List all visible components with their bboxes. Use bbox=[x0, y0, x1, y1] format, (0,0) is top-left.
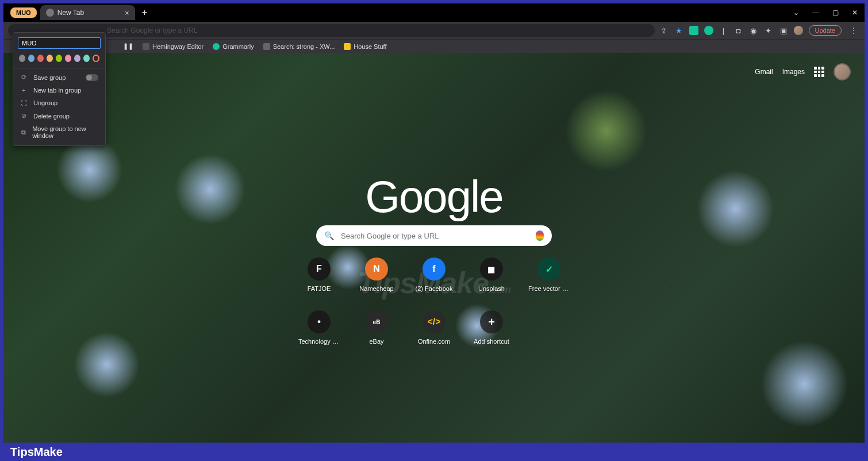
delete-icon: ⊘ bbox=[20, 112, 28, 120]
color-swatch[interactable] bbox=[19, 55, 25, 62]
top-links: Gmail Images bbox=[755, 63, 851, 80]
close-icon[interactable]: ✕ bbox=[845, 5, 865, 21]
plus-icon: + bbox=[20, 87, 28, 94]
titlebar: MUO New Tab × + ⌄ — ▢ ✕ bbox=[3, 3, 865, 22]
menu-label: New tab in group bbox=[33, 87, 81, 94]
shortcut-item[interactable]: +Add shortcut bbox=[474, 310, 509, 345]
extension-icon[interactable]: ◘ bbox=[734, 26, 743, 35]
shortcut-label: (2) Facebook bbox=[416, 285, 453, 292]
bookmark-label: Grammarly bbox=[222, 43, 254, 50]
menu-label: Move group to new window bbox=[32, 125, 98, 139]
shortcut-icon: N bbox=[365, 258, 388, 281]
shortcut-item[interactable]: ✓Free vector ic... bbox=[528, 258, 570, 292]
shortcut-item[interactable]: </>Onfine.com bbox=[418, 310, 450, 345]
tab-new-tab[interactable]: New Tab × bbox=[40, 5, 135, 20]
shortcut-item[interactable]: eBeBay bbox=[365, 310, 388, 345]
apps-grid-icon[interactable] bbox=[814, 67, 824, 77]
footer-label: TipsMake bbox=[10, 445, 63, 459]
group-name-input[interactable] bbox=[18, 37, 101, 49]
mic-icon[interactable] bbox=[536, 230, 544, 241]
ungroup-item[interactable]: ⛶ Ungroup bbox=[13, 97, 105, 109]
menu-label: Delete group bbox=[33, 113, 70, 120]
shortcut-label: Namecheap bbox=[359, 285, 393, 292]
shortcut-icon: + bbox=[480, 310, 503, 333]
bookmark-label: Search: strong - XW... bbox=[273, 43, 335, 50]
color-swatch[interactable] bbox=[65, 55, 71, 62]
shortcut-icon: F bbox=[308, 258, 331, 281]
pause-icon[interactable]: ❚❚ bbox=[123, 43, 133, 50]
tab-group-context-menu: ⟳ Save group + New tab in group ⛶ Ungrou… bbox=[13, 32, 106, 146]
maximize-icon[interactable]: ▢ bbox=[825, 5, 845, 21]
menu-dots-icon[interactable]: ⋮ bbox=[847, 26, 860, 35]
shortcut-item[interactable]: •Technology O... bbox=[298, 310, 340, 345]
shortcut-label: Onfine.com bbox=[418, 338, 450, 345]
shortcut-icon: eB bbox=[365, 310, 388, 333]
shortcut-label: Technology O... bbox=[298, 338, 340, 345]
toolbar: Search Google or type a URL ⇪ ★ | ◘ ◉ ✦ … bbox=[3, 22, 865, 39]
toggle-switch[interactable] bbox=[86, 74, 98, 81]
tab-title: New Tab bbox=[57, 9, 84, 17]
extension-icon[interactable] bbox=[704, 26, 713, 35]
shortcut-icon: </> bbox=[423, 310, 445, 333]
ungroup-icon: ⛶ bbox=[20, 99, 28, 106]
shortcut-label: eBay bbox=[369, 338, 383, 345]
bookmark-label: House Stuff bbox=[354, 43, 386, 50]
move-group-item[interactable]: ⧉ Move group to new window bbox=[13, 122, 105, 142]
delete-group-item[interactable]: ⊘ Delete group bbox=[13, 109, 105, 122]
bookmark-label: Hemingway Editor bbox=[152, 43, 203, 50]
shortcut-item[interactable]: ◼Unsplash bbox=[478, 258, 505, 292]
close-tab-icon[interactable]: × bbox=[125, 9, 129, 17]
menu-label: Save group bbox=[33, 74, 66, 81]
images-link[interactable]: Images bbox=[782, 68, 805, 76]
bookmark-item[interactable]: Search: strong - XW... bbox=[263, 43, 335, 50]
shortcut-item[interactable]: f(2) Facebook bbox=[416, 258, 453, 292]
share-icon[interactable]: ⇪ bbox=[659, 26, 669, 35]
new-tab-page: Gmail Images Google 🔍 TipsMake.com FFATJ… bbox=[3, 53, 865, 443]
browser-window: MUO New Tab × + ⌄ — ▢ ✕ Search Google or… bbox=[3, 3, 865, 443]
search-box[interactable]: 🔍 bbox=[316, 225, 552, 246]
tab-group-pill[interactable]: MUO bbox=[10, 7, 37, 18]
extension-icon[interactable]: ▣ bbox=[779, 26, 788, 35]
move-icon: ⧉ bbox=[20, 129, 26, 136]
shortcut-item[interactable]: FFATJOE bbox=[308, 258, 331, 292]
divider-icon: | bbox=[719, 26, 728, 35]
shortcut-label: Unsplash bbox=[478, 285, 505, 292]
save-group-item[interactable]: ⟳ Save group bbox=[13, 71, 105, 84]
new-tab-button[interactable]: + bbox=[142, 7, 147, 18]
star-icon[interactable]: ★ bbox=[674, 26, 683, 35]
extension-icon[interactable]: ◉ bbox=[749, 26, 758, 35]
shortcut-label: FATJOE bbox=[308, 285, 331, 292]
shortcuts-grid: FFATJOENNamecheapf(2) Facebook◼Unsplash✓… bbox=[290, 258, 578, 345]
extension-icon[interactable] bbox=[689, 26, 698, 35]
shortcut-icon: f bbox=[423, 258, 445, 281]
color-swatch[interactable] bbox=[37, 55, 44, 62]
bookmarks-bar: ❚❚ Hemingway Editor Grammarly Search: st… bbox=[3, 39, 865, 53]
shortcut-label: Free vector ic... bbox=[528, 285, 570, 292]
bookmark-item[interactable]: House Stuff bbox=[344, 43, 386, 50]
color-picker bbox=[13, 53, 105, 66]
bookmark-item[interactable]: Hemingway Editor bbox=[143, 43, 203, 50]
update-button[interactable]: Update bbox=[809, 25, 842, 36]
color-swatch[interactable] bbox=[93, 55, 99, 62]
color-swatch[interactable] bbox=[28, 55, 34, 62]
shortcut-icon: • bbox=[308, 310, 331, 333]
bookmark-item[interactable]: Grammarly bbox=[213, 43, 254, 50]
menu-label: Ungroup bbox=[33, 99, 57, 106]
search-input[interactable] bbox=[341, 232, 529, 240]
new-tab-in-group-item[interactable]: + New tab in group bbox=[13, 84, 105, 97]
color-swatch[interactable] bbox=[47, 55, 53, 62]
color-swatch[interactable] bbox=[83, 55, 90, 62]
avatar[interactable] bbox=[834, 63, 851, 80]
color-swatch[interactable] bbox=[56, 55, 62, 62]
omnibox-placeholder: Search Google or type a URL bbox=[107, 26, 197, 34]
shortcut-icon: ◼ bbox=[480, 258, 503, 281]
minimize-icon[interactable]: — bbox=[806, 5, 825, 21]
shortcut-label: Add shortcut bbox=[474, 338, 509, 345]
color-swatch[interactable] bbox=[74, 55, 80, 62]
profile-icon[interactable] bbox=[794, 26, 803, 35]
gmail-link[interactable]: Gmail bbox=[755, 68, 773, 76]
shortcut-icon: ✓ bbox=[537, 258, 560, 281]
extensions-puzzle-icon[interactable]: ✦ bbox=[764, 26, 773, 35]
shortcut-item[interactable]: NNamecheap bbox=[359, 258, 393, 292]
chevron-down-icon[interactable]: ⌄ bbox=[786, 5, 806, 21]
